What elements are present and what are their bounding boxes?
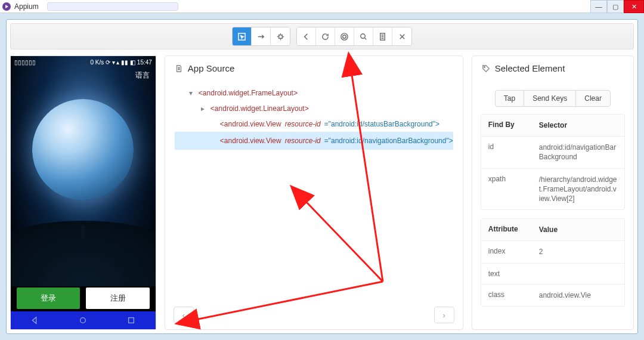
tree-node[interactable]: ▸<android.widget.LinearLayout> — [175, 101, 453, 116]
attributes-table: AttributeValue index2 text classandroid.… — [481, 218, 625, 307]
url-hint-chip — [47, 2, 178, 11]
earth-graphic — [32, 99, 134, 200]
refresh-button[interactable] — [316, 27, 335, 45]
language-label[interactable]: 语言 — [135, 70, 150, 81]
attr-key: class — [481, 285, 532, 306]
send-keys-button[interactable]: Send Keys — [524, 90, 575, 107]
toolbar-group-select — [232, 27, 290, 46]
document-icon — [175, 64, 183, 73]
status-left: ▯▯▯▯▯▯ — [14, 59, 36, 66]
selected-title: Selected Element — [495, 63, 565, 73]
maximize-button[interactable]: ▢ — [607, 0, 624, 13]
tree-node[interactable]: ▾<android.widget.FrameLayout> — [175, 85, 453, 101]
svg-point-6 — [80, 318, 86, 323]
tap-coords-button[interactable] — [271, 27, 290, 45]
findby-head-a: Find By — [481, 115, 532, 136]
attr-head-a: Attribute — [481, 219, 532, 240]
findby-head-b: Selector — [532, 115, 624, 136]
appium-logo-icon — [2, 2, 11, 11]
window-controls: — ▢ ✕ — [590, 0, 644, 13]
swipe-button[interactable] — [252, 27, 271, 45]
caret-right-icon[interactable]: ▸ — [201, 101, 207, 116]
findby-key: id — [481, 137, 532, 168]
tag-icon — [482, 64, 490, 73]
source-pager: ‹ › — [165, 307, 463, 329]
svg-point-2 — [343, 35, 346, 38]
svg-rect-7 — [129, 318, 134, 323]
nav-home-icon[interactable] — [79, 316, 87, 324]
window-titlebar: Appium — ▢ ✕ — [0, 0, 644, 13]
attr-val: android.view.Vie — [532, 285, 624, 306]
findby-val: android:id/navigationBarBackground — [532, 137, 624, 168]
svg-rect-1 — [278, 35, 282, 38]
attr-key: index — [481, 241, 532, 262]
login-button[interactable]: 登录 — [17, 288, 80, 309]
window-title: Appium — [14, 2, 39, 11]
register-button[interactable]: 注册 — [86, 288, 149, 309]
clear-button[interactable]: Clear — [575, 90, 611, 107]
device-status-bar: ▯▯▯▯▯▯ 0 K/s ⟳ ▾ ▴ ▮▮ ◧ 15:47 — [14, 57, 152, 67]
attr-key: text — [481, 264, 532, 284]
tree-node[interactable]: <android.view.View resource-id="android:… — [175, 116, 453, 132]
status-right: 0 K/s ⟳ ▾ ▴ ▮▮ ◧ 15:47 — [90, 59, 151, 66]
tree-node-selected[interactable]: <android.view.View resource-id="android:… — [175, 132, 453, 150]
toolbar — [10, 23, 634, 50]
selected-element-panel: Selected Element Tap Send Keys Clear Fin… — [472, 55, 634, 330]
auth-button-row: 登录 注册 — [17, 288, 150, 309]
findby-key: xpath — [481, 169, 532, 210]
close-button[interactable]: ✕ — [624, 0, 644, 13]
back-button[interactable] — [297, 27, 316, 45]
android-nav-bar — [11, 311, 156, 329]
select-element-button[interactable] — [233, 27, 252, 45]
svg-point-4 — [361, 33, 366, 38]
page-prev-button[interactable]: ‹ — [174, 307, 194, 323]
attr-val: 2 — [532, 241, 624, 262]
caret-down-icon[interactable]: ▾ — [189, 85, 195, 101]
nav-back-icon[interactable] — [30, 316, 39, 324]
page-next-button[interactable]: › — [434, 307, 454, 323]
findby-table: Find BySelector idandroid:id/navigationB… — [481, 114, 625, 210]
nav-recent-icon[interactable] — [127, 316, 135, 324]
attr-val — [532, 264, 624, 284]
tap-button[interactable]: Tap — [495, 90, 524, 107]
toolbar-group-session — [296, 27, 412, 46]
copy-xml-button[interactable] — [373, 27, 392, 45]
app-source-header: App Source — [165, 56, 463, 82]
attr-head-b: Value — [532, 219, 624, 240]
findby-val: /hierarchy/android.widget.FrameLayout/an… — [532, 169, 624, 210]
app-source-panel: App Source ▾<android.widget.FrameLayout>… — [165, 55, 463, 330]
device-screenshot[interactable]: ▯▯▯▯▯▯ 0 K/s ⟳ ▾ ▴ ▮▮ ◧ 15:47 语言 登录 注册 — [10, 55, 156, 330]
svg-point-3 — [341, 33, 348, 39]
source-tree[interactable]: ▾<android.widget.FrameLayout> ▸<android.… — [165, 82, 463, 307]
search-element-button[interactable] — [354, 27, 373, 45]
svg-point-8 — [484, 66, 485, 67]
selected-header: Selected Element — [472, 56, 633, 82]
quit-session-button[interactable] — [392, 27, 411, 45]
app-source-title: App Source — [188, 63, 234, 73]
record-button[interactable] — [335, 27, 354, 45]
wallpaper — [11, 56, 156, 286]
element-actions: Tap Send Keys Clear — [472, 82, 633, 114]
person-silhouette-icon — [81, 229, 85, 240]
minimize-button[interactable]: — — [590, 0, 607, 13]
